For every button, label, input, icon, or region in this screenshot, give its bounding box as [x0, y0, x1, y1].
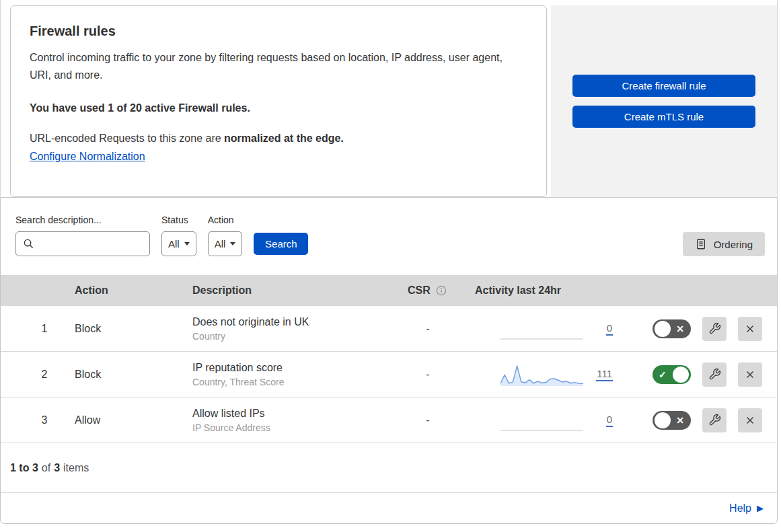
- rule-controls: ✓ ✕: [616, 363, 777, 387]
- actions-panel: Create firewall rule Create mTLS rule: [551, 5, 777, 197]
- action-label: Action: [208, 215, 243, 225]
- rule-enabled-toggle[interactable]: ✓ ✕: [653, 365, 691, 384]
- toggle-knob: [655, 412, 671, 428]
- delete-rule-button[interactable]: [738, 317, 762, 341]
- check-icon: ✓: [659, 370, 667, 379]
- rule-description-cell: IP reputation score Country, Threat Scor…: [179, 362, 394, 387]
- ordering-button[interactable]: Ordering: [683, 232, 765, 256]
- rule-activity-cell: 0: [461, 409, 616, 432]
- rule-description-cell: Does not originate in UK Country: [179, 316, 394, 342]
- header-action: Action: [61, 284, 179, 297]
- rule-csr-value: -: [394, 414, 461, 426]
- normalization-note: URL-encoded Requests to this zone are no…: [30, 132, 527, 145]
- search-label: Search description...: [15, 215, 150, 225]
- rules-card: Search description... Status All Action: [0, 197, 778, 524]
- help-link[interactable]: Help ▶: [729, 502, 764, 515]
- search-icon: [23, 238, 34, 250]
- wrench-icon: [708, 368, 721, 381]
- wrench-icon: [708, 322, 721, 335]
- activity-sparkline: [500, 317, 583, 340]
- rule-controls: ✓ ✕: [616, 408, 777, 432]
- rule-priority: 2: [1, 369, 61, 381]
- configure-normalization-link[interactable]: Configure Normalization: [30, 151, 145, 162]
- create-mtls-rule-button[interactable]: Create mTLS rule: [572, 106, 755, 128]
- search-button[interactable]: Search: [254, 233, 308, 255]
- rule-csr-value: -: [394, 369, 461, 381]
- chevron-down-icon: [230, 242, 235, 245]
- overview-card: Firewall rules Control incoming traffic …: [10, 5, 547, 197]
- table-row: 3 Allow Allow listed IPs IP Source Addre…: [1, 397, 777, 443]
- header-activity: Activity last 24hr: [461, 284, 616, 297]
- status-field: Status All: [161, 215, 196, 256]
- usage-summary: You have used 1 of 20 active Firewall ru…: [30, 102, 527, 114]
- table-row: 1 Block Does not originate in UK Country…: [1, 306, 777, 352]
- rule-action: Allow: [61, 414, 179, 426]
- delete-x-icon: [744, 369, 756, 381]
- header-csr-label: CSR: [408, 284, 431, 297]
- rule-description: Does not originate in UK: [192, 316, 394, 328]
- pagination-of: of: [42, 462, 50, 474]
- action-select[interactable]: All: [208, 231, 243, 256]
- edit-rule-button[interactable]: [702, 408, 727, 432]
- wrench-icon: [708, 414, 721, 426]
- rule-fields: Country: [192, 331, 394, 342]
- table-row: 2 Block IP reputation score Country, Thr…: [1, 352, 777, 397]
- status-select[interactable]: All: [161, 231, 196, 256]
- rule-description: IP reputation score: [192, 362, 394, 374]
- x-icon: ✕: [676, 324, 684, 334]
- edit-rule-button[interactable]: [702, 317, 727, 341]
- pagination-range: 1 to 3: [10, 462, 38, 474]
- status-select-value: All: [168, 238, 180, 250]
- delete-x-icon: [744, 323, 756, 335]
- delete-x-icon: [744, 414, 756, 426]
- activity-sparkline: [500, 409, 583, 432]
- rule-action: Block: [61, 323, 179, 335]
- help-footer: Help ▶: [1, 493, 777, 523]
- chevron-down-icon: [184, 242, 190, 245]
- firewall-rules-page: Firewall rules Control incoming traffic …: [0, 0, 778, 524]
- table-header-row: Action Description CSR Activity last 24h…: [1, 275, 777, 306]
- search-input-wrapper: [15, 231, 150, 256]
- rule-fields: Country, Threat Score: [192, 377, 394, 387]
- activity-count-link[interactable]: 0: [606, 414, 613, 427]
- search-input[interactable]: [39, 237, 143, 251]
- info-icon[interactable]: [436, 285, 447, 296]
- rule-enabled-toggle[interactable]: ✓ ✕: [653, 411, 691, 430]
- search-field: Search description...: [15, 215, 150, 256]
- activity-count-link[interactable]: 111: [596, 368, 613, 381]
- top-section: Firewall rules Control incoming traffic …: [0, 0, 778, 197]
- delete-rule-button[interactable]: [738, 408, 762, 432]
- page-title: Firewall rules: [30, 24, 527, 39]
- delete-rule-button[interactable]: [738, 363, 762, 387]
- rule-description: Allow listed IPs: [192, 408, 394, 420]
- action-select-value: All: [215, 238, 226, 250]
- rule-fields: IP Source Address: [192, 422, 394, 433]
- rule-activity-cell: 0: [461, 317, 616, 340]
- activity-sparkline: [500, 363, 583, 386]
- action-field: Action All: [208, 215, 243, 256]
- pagination-total: 3: [54, 462, 60, 474]
- rule-controls: ✓ ✕: [616, 317, 777, 341]
- rule-action: Block: [61, 369, 179, 381]
- normalization-text: URL-encoded Requests to this zone are: [30, 132, 221, 144]
- help-label: Help: [729, 502, 751, 515]
- rule-priority: 3: [1, 414, 61, 426]
- rule-activity-cell: 111: [461, 363, 616, 386]
- ordering-list-icon: [695, 238, 707, 250]
- header-description: Description: [179, 284, 394, 297]
- x-icon: ✕: [676, 416, 684, 425]
- edit-rule-button[interactable]: [702, 363, 727, 387]
- help-arrow-icon: ▶: [757, 504, 764, 512]
- toggle-knob: [655, 321, 671, 337]
- ordering-button-label: Ordering: [714, 239, 753, 250]
- rule-enabled-toggle[interactable]: ✓ ✕: [653, 319, 691, 338]
- rule-priority: 1: [1, 323, 61, 335]
- status-label: Status: [161, 215, 196, 225]
- normalization-bold: normalized at the edge.: [224, 132, 344, 144]
- activity-count-link[interactable]: 0: [606, 322, 613, 336]
- toggle-knob: [673, 367, 689, 383]
- filter-bar: Search description... Status All Action: [1, 198, 777, 275]
- pagination-items: items: [63, 462, 89, 474]
- create-firewall-rule-button[interactable]: Create firewall rule: [572, 75, 755, 97]
- page-description: Control incoming traffic to your zone by…: [30, 49, 521, 84]
